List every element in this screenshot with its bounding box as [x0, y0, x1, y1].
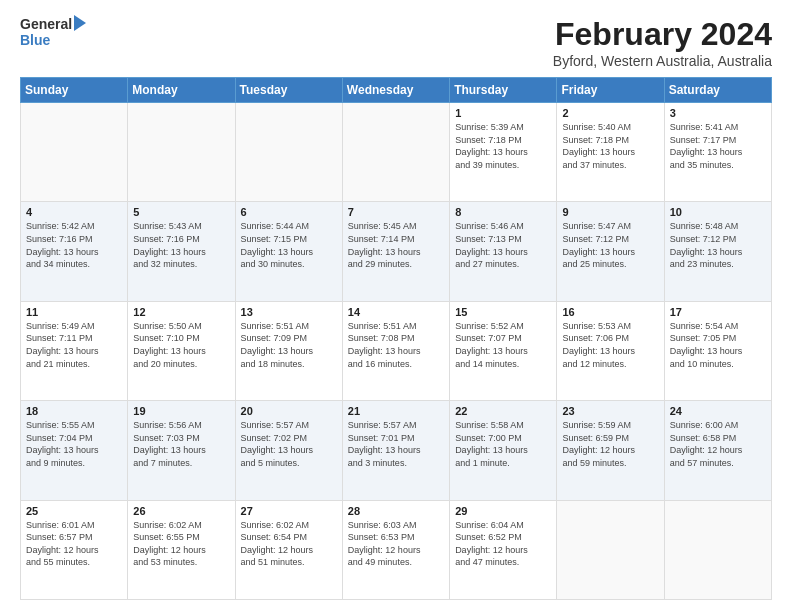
day-info: Sunrise: 5:58 AM Sunset: 7:00 PM Dayligh… [455, 419, 551, 469]
calendar-week-1: 1Sunrise: 5:39 AM Sunset: 7:18 PM Daylig… [21, 103, 772, 202]
calendar-cell [21, 103, 128, 202]
day-info: Sunrise: 5:51 AM Sunset: 7:08 PM Dayligh… [348, 320, 444, 370]
day-number: 20 [241, 405, 337, 417]
day-number: 19 [133, 405, 229, 417]
calendar-cell: 29Sunrise: 6:04 AM Sunset: 6:52 PM Dayli… [450, 500, 557, 599]
day-info: Sunrise: 5:47 AM Sunset: 7:12 PM Dayligh… [562, 220, 658, 270]
calendar-cell: 18Sunrise: 5:55 AM Sunset: 7:04 PM Dayli… [21, 401, 128, 500]
calendar-cell: 4Sunrise: 5:42 AM Sunset: 7:16 PM Daylig… [21, 202, 128, 301]
calendar-cell: 20Sunrise: 5:57 AM Sunset: 7:02 PM Dayli… [235, 401, 342, 500]
calendar-cell: 15Sunrise: 5:52 AM Sunset: 7:07 PM Dayli… [450, 301, 557, 400]
calendar-cell: 14Sunrise: 5:51 AM Sunset: 7:08 PM Dayli… [342, 301, 449, 400]
main-title: February 2024 [553, 16, 772, 53]
day-info: Sunrise: 5:49 AM Sunset: 7:11 PM Dayligh… [26, 320, 122, 370]
col-tuesday: Tuesday [235, 78, 342, 103]
calendar-cell [342, 103, 449, 202]
logo: General Blue [20, 16, 86, 48]
calendar-cell: 23Sunrise: 5:59 AM Sunset: 6:59 PM Dayli… [557, 401, 664, 500]
day-number: 6 [241, 206, 337, 218]
calendar-table: Sunday Monday Tuesday Wednesday Thursday… [20, 77, 772, 600]
calendar-cell: 12Sunrise: 5:50 AM Sunset: 7:10 PM Dayli… [128, 301, 235, 400]
calendar-week-4: 18Sunrise: 5:55 AM Sunset: 7:04 PM Dayli… [21, 401, 772, 500]
day-info: Sunrise: 5:43 AM Sunset: 7:16 PM Dayligh… [133, 220, 229, 270]
day-number: 11 [26, 306, 122, 318]
calendar-cell: 10Sunrise: 5:48 AM Sunset: 7:12 PM Dayli… [664, 202, 771, 301]
calendar-cell: 28Sunrise: 6:03 AM Sunset: 6:53 PM Dayli… [342, 500, 449, 599]
day-number: 23 [562, 405, 658, 417]
calendar-cell [664, 500, 771, 599]
title-block: February 2024 Byford, Western Australia,… [553, 16, 772, 69]
calendar-cell: 6Sunrise: 5:44 AM Sunset: 7:15 PM Daylig… [235, 202, 342, 301]
day-number: 3 [670, 107, 766, 119]
day-number: 12 [133, 306, 229, 318]
calendar-header-row: Sunday Monday Tuesday Wednesday Thursday… [21, 78, 772, 103]
day-info: Sunrise: 6:02 AM Sunset: 6:55 PM Dayligh… [133, 519, 229, 569]
calendar-cell: 21Sunrise: 5:57 AM Sunset: 7:01 PM Dayli… [342, 401, 449, 500]
day-number: 10 [670, 206, 766, 218]
calendar-cell: 7Sunrise: 5:45 AM Sunset: 7:14 PM Daylig… [342, 202, 449, 301]
day-info: Sunrise: 5:44 AM Sunset: 7:15 PM Dayligh… [241, 220, 337, 270]
calendar-cell: 11Sunrise: 5:49 AM Sunset: 7:11 PM Dayli… [21, 301, 128, 400]
col-saturday: Saturday [664, 78, 771, 103]
day-info: Sunrise: 6:01 AM Sunset: 6:57 PM Dayligh… [26, 519, 122, 569]
day-info: Sunrise: 5:41 AM Sunset: 7:17 PM Dayligh… [670, 121, 766, 171]
calendar-cell: 9Sunrise: 5:47 AM Sunset: 7:12 PM Daylig… [557, 202, 664, 301]
day-number: 1 [455, 107, 551, 119]
day-number: 24 [670, 405, 766, 417]
day-info: Sunrise: 6:03 AM Sunset: 6:53 PM Dayligh… [348, 519, 444, 569]
col-thursday: Thursday [450, 78, 557, 103]
calendar-cell [128, 103, 235, 202]
day-number: 13 [241, 306, 337, 318]
calendar-cell: 16Sunrise: 5:53 AM Sunset: 7:06 PM Dayli… [557, 301, 664, 400]
day-number: 2 [562, 107, 658, 119]
day-info: Sunrise: 6:00 AM Sunset: 6:58 PM Dayligh… [670, 419, 766, 469]
logo-blue: Blue [20, 32, 86, 48]
day-number: 28 [348, 505, 444, 517]
day-number: 9 [562, 206, 658, 218]
day-number: 4 [26, 206, 122, 218]
day-info: Sunrise: 5:55 AM Sunset: 7:04 PM Dayligh… [26, 419, 122, 469]
calendar-cell [557, 500, 664, 599]
day-info: Sunrise: 5:51 AM Sunset: 7:09 PM Dayligh… [241, 320, 337, 370]
calendar-cell: 13Sunrise: 5:51 AM Sunset: 7:09 PM Dayli… [235, 301, 342, 400]
calendar-week-5: 25Sunrise: 6:01 AM Sunset: 6:57 PM Dayli… [21, 500, 772, 599]
day-number: 14 [348, 306, 444, 318]
day-info: Sunrise: 5:57 AM Sunset: 7:01 PM Dayligh… [348, 419, 444, 469]
calendar-cell: 8Sunrise: 5:46 AM Sunset: 7:13 PM Daylig… [450, 202, 557, 301]
col-monday: Monday [128, 78, 235, 103]
col-sunday: Sunday [21, 78, 128, 103]
day-info: Sunrise: 5:40 AM Sunset: 7:18 PM Dayligh… [562, 121, 658, 171]
page: General Blue February 2024 Byford, Weste… [0, 0, 792, 612]
calendar-cell: 3Sunrise: 5:41 AM Sunset: 7:17 PM Daylig… [664, 103, 771, 202]
day-info: Sunrise: 6:02 AM Sunset: 6:54 PM Dayligh… [241, 519, 337, 569]
logo-general: General [20, 16, 72, 32]
day-info: Sunrise: 5:56 AM Sunset: 7:03 PM Dayligh… [133, 419, 229, 469]
calendar-cell: 2Sunrise: 5:40 AM Sunset: 7:18 PM Daylig… [557, 103, 664, 202]
day-number: 25 [26, 505, 122, 517]
calendar-cell: 5Sunrise: 5:43 AM Sunset: 7:16 PM Daylig… [128, 202, 235, 301]
header: General Blue February 2024 Byford, Weste… [20, 16, 772, 69]
day-number: 18 [26, 405, 122, 417]
day-info: Sunrise: 5:48 AM Sunset: 7:12 PM Dayligh… [670, 220, 766, 270]
day-number: 17 [670, 306, 766, 318]
logo-arrow-icon [74, 15, 86, 31]
col-friday: Friday [557, 78, 664, 103]
day-info: Sunrise: 5:45 AM Sunset: 7:14 PM Dayligh… [348, 220, 444, 270]
day-info: Sunrise: 5:53 AM Sunset: 7:06 PM Dayligh… [562, 320, 658, 370]
calendar-cell [235, 103, 342, 202]
calendar-cell: 26Sunrise: 6:02 AM Sunset: 6:55 PM Dayli… [128, 500, 235, 599]
day-number: 15 [455, 306, 551, 318]
day-info: Sunrise: 5:42 AM Sunset: 7:16 PM Dayligh… [26, 220, 122, 270]
subtitle: Byford, Western Australia, Australia [553, 53, 772, 69]
day-number: 5 [133, 206, 229, 218]
calendar-cell: 19Sunrise: 5:56 AM Sunset: 7:03 PM Dayli… [128, 401, 235, 500]
day-info: Sunrise: 5:39 AM Sunset: 7:18 PM Dayligh… [455, 121, 551, 171]
calendar-week-3: 11Sunrise: 5:49 AM Sunset: 7:11 PM Dayli… [21, 301, 772, 400]
col-wednesday: Wednesday [342, 78, 449, 103]
day-number: 26 [133, 505, 229, 517]
day-info: Sunrise: 6:04 AM Sunset: 6:52 PM Dayligh… [455, 519, 551, 569]
calendar-week-2: 4Sunrise: 5:42 AM Sunset: 7:16 PM Daylig… [21, 202, 772, 301]
calendar-cell: 17Sunrise: 5:54 AM Sunset: 7:05 PM Dayli… [664, 301, 771, 400]
day-info: Sunrise: 5:50 AM Sunset: 7:10 PM Dayligh… [133, 320, 229, 370]
day-info: Sunrise: 5:54 AM Sunset: 7:05 PM Dayligh… [670, 320, 766, 370]
